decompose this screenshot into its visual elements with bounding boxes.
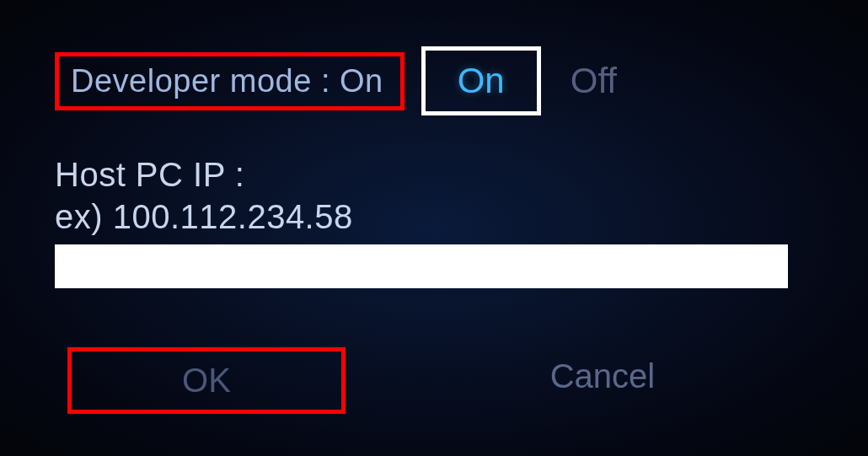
developer-mode-row: Developer mode : On On Off: [55, 46, 813, 115]
host-pc-ip-label-line2: ex) 100.112.234.58: [55, 198, 353, 235]
toggle-group: On Off: [421, 46, 642, 115]
toggle-off-button[interactable]: Off: [554, 51, 642, 111]
host-pc-ip-label-line1: Host PC IP :: [55, 156, 244, 193]
ok-button[interactable]: OK: [67, 347, 346, 414]
dialog-buttons: OK Cancel: [55, 347, 813, 414]
toggle-on-button[interactable]: On: [421, 46, 541, 115]
host-pc-ip-label: Host PC IP : ex) 100.112.234.58: [55, 153, 813, 238]
host-pc-section: Host PC IP : ex) 100.112.234.58: [55, 153, 813, 288]
developer-mode-status-label: Developer mode : On: [55, 52, 405, 110]
cancel-button[interactable]: Cancel: [463, 347, 742, 414]
developer-mode-dialog: Developer mode : On On Off Host PC IP : …: [0, 0, 868, 456]
host-pc-ip-input[interactable]: [55, 244, 788, 288]
